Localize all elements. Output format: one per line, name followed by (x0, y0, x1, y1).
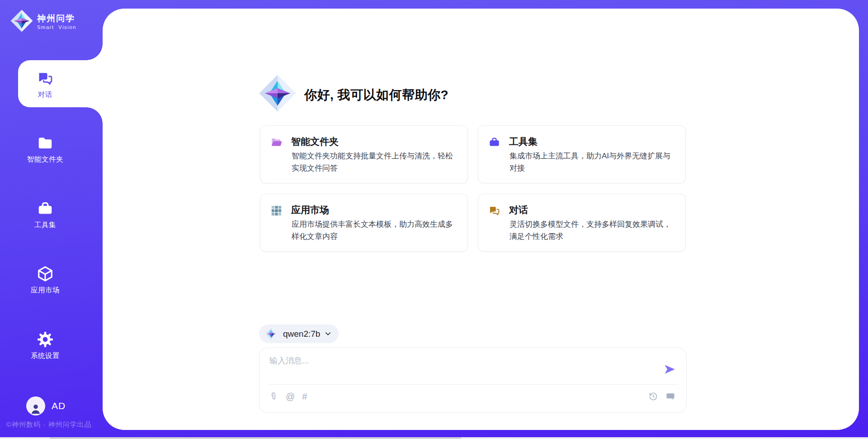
hero-logo-icon (258, 74, 297, 113)
sidebar-item-chat[interactable]: 对话 (6, 70, 85, 100)
card-description: 集成市场上主流工具，助力AI与外界无缝扩展与对接 (509, 150, 675, 174)
folder-open-icon (270, 136, 283, 148)
sidebar-item-marketplace[interactable]: 应用市场 (6, 265, 85, 295)
card-toolset[interactable]: 工具集 集成市场上主流工具，助力AI与外界无缝扩展与对接 (478, 125, 686, 183)
chat-bubbles-icon (488, 205, 500, 217)
gear-icon (37, 331, 54, 348)
card-title: 智能文件夹 (291, 135, 339, 148)
sidebar: 神州问学 Smart Vision 对话 智能文件夹 (0, 0, 103, 439)
card-description: 智能文件夹功能支持批量文件上传与清洗，轻松实现文件问答 (292, 150, 458, 174)
message-icon[interactable] (665, 391, 675, 401)
cube-icon (37, 265, 54, 282)
user-icon (29, 402, 42, 415)
card-title: 应用市场 (291, 204, 329, 216)
toolbox-icon (488, 136, 500, 148)
message-composer: @ # (259, 348, 687, 413)
at-icon[interactable]: @ (286, 391, 295, 401)
card-chat[interactable]: 对话 灵活切换多模型文件，支持多样回复效果调试，满足个性化需求 (478, 194, 686, 252)
sidebar-item-folders[interactable]: 智能文件夹 (6, 134, 85, 164)
user-initials: AD (52, 401, 66, 411)
avatar (26, 396, 45, 415)
app-root: 神州问学 Smart Vision 对话 智能文件夹 (0, 0, 868, 439)
feature-cards: 智能文件夹 智能文件夹功能支持批量文件上传与清洗，轻松实现文件问答 工具集 集成… (260, 125, 686, 252)
user-account[interactable]: AD (26, 396, 66, 415)
composer-divider (268, 384, 678, 385)
card-smart-folders[interactable]: 智能文件夹 智能文件夹功能支持批量文件上传与清洗，轻松实现文件问答 (260, 125, 468, 183)
sidebar-item-settings[interactable]: 系统设置 (6, 331, 85, 361)
sidebar-item-label: 应用市场 (31, 286, 60, 295)
copyright-text: ©神州数码 · 神州问学出品 (6, 420, 91, 429)
send-icon[interactable] (663, 363, 676, 376)
composer-tools-right (648, 391, 675, 401)
chevron-down-icon (325, 330, 331, 337)
model-logo-icon (265, 328, 278, 340)
sidebar-item-label: 对话 (38, 90, 52, 100)
greeting-title: 你好, 我可以如何帮助你? (304, 86, 448, 104)
card-app-market[interactable]: 应用市场 应用市场提供丰富长文本模板，助力高效生成多样化文章内容 (260, 194, 468, 252)
card-description: 灵活切换多模型文件，支持多样回复效果调试，满足个性化需求 (509, 218, 675, 243)
grid-icon (270, 205, 283, 217)
sidebar-item-tools[interactable]: 工具集 (6, 200, 85, 230)
scrollbar-thumb[interactable] (50, 437, 461, 439)
brand: 神州问学 Smart Vision (10, 9, 76, 34)
sidebar-item-label: 智能文件夹 (27, 155, 63, 164)
brand-logo-icon (10, 9, 33, 34)
chat-icon (37, 70, 54, 87)
toolbox-icon (37, 200, 54, 217)
history-icon[interactable] (648, 391, 658, 401)
brand-name: 神州问学 (37, 14, 76, 24)
card-description: 应用市场提供丰富长文本模板，助力高效生成多样化文章内容 (292, 218, 458, 243)
sidebar-item-label: 工具集 (34, 220, 56, 230)
hash-icon[interactable]: # (302, 391, 307, 401)
model-selector[interactable]: qwen2:7b (259, 324, 339, 343)
folder-icon (37, 134, 54, 152)
card-title: 对话 (509, 204, 528, 216)
composer-tools-left: @ # (269, 391, 307, 401)
horizontal-scrollbar[interactable] (0, 437, 868, 439)
paperclip-icon[interactable] (269, 391, 278, 401)
model-name: qwen2:7b (283, 329, 320, 339)
card-title: 工具集 (509, 135, 538, 148)
sidebar-item-label: 系统设置 (31, 351, 60, 361)
brand-subtitle: Smart Vision (37, 24, 76, 30)
message-input[interactable] (269, 354, 655, 380)
